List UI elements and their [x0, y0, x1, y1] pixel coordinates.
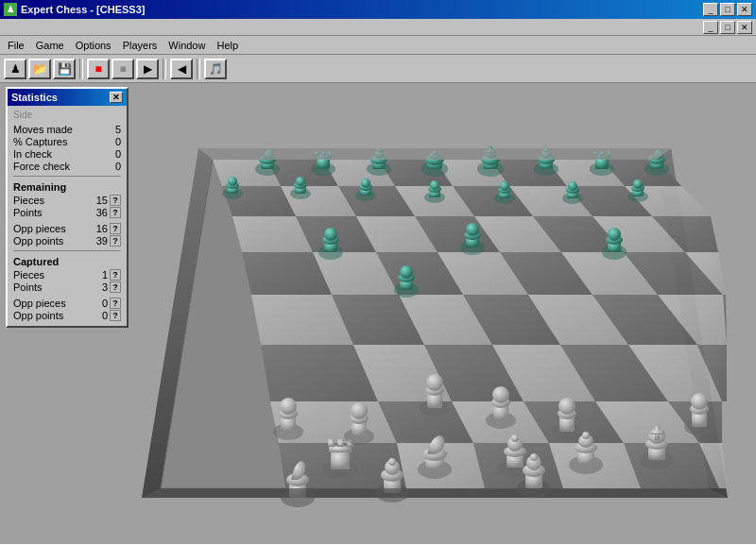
- stats-label-cap-opp-points: Opp points: [13, 310, 89, 321]
- toolbar-stop[interactable]: ■: [112, 59, 134, 79]
- window-title: Expert Chess - [CHESS3]: [21, 4, 145, 15]
- stats-row-pieces: Pieces 15 ?: [13, 195, 121, 206]
- stats-label-cap-points: Points: [13, 281, 89, 293]
- stats-value-cap-points: 3: [89, 281, 108, 293]
- stats-value-captures: 0: [102, 136, 121, 147]
- svg-point-115: [430, 180, 439, 190]
- stats-label-cap-pieces: Pieces: [13, 269, 89, 281]
- svg-marker-207: [198, 148, 671, 160]
- stats-value-opp-pieces: 16: [89, 223, 108, 234]
- maximize-button[interactable]: □: [720, 3, 735, 16]
- menu-bar: File Game Options Players Window Help: [0, 36, 756, 55]
- svg-point-143: [608, 228, 621, 241]
- menu-options[interactable]: Options: [70, 38, 117, 53]
- svg-point-103: [228, 177, 237, 186]
- stats-captured-title: Captured: [13, 256, 121, 267]
- stats-close-button[interactable]: ✕: [110, 92, 123, 103]
- menu-file[interactable]: File: [2, 38, 30, 53]
- stats-label-cap-opp-pieces: Opp pieces: [13, 298, 89, 309]
- svg-point-135: [324, 228, 337, 241]
- stats-row-forcecheck: Force check 0: [13, 161, 121, 172]
- svg-rect-148: [337, 439, 344, 447]
- stats-help-opp-pieces[interactable]: ?: [110, 223, 121, 234]
- svg-point-162: [582, 432, 590, 439]
- chess-board-container[interactable]: [132, 102, 737, 535]
- stats-help-cap-opp-points[interactable]: ?: [110, 310, 121, 321]
- svg-point-107: [296, 177, 305, 186]
- statistics-panel: Statistics ✕ Side Moves made 5 % Capture…: [6, 87, 129, 328]
- stats-value-points: 36: [89, 207, 108, 218]
- stats-help-cap-points[interactable]: ?: [110, 281, 121, 293]
- stats-row-cap-opp-pieces: Opp pieces 0 ?: [13, 298, 121, 309]
- stats-divider2: [13, 250, 121, 251]
- stats-value-moves: 5: [102, 124, 121, 135]
- svg-point-127: [633, 179, 643, 189]
- svg-point-200: [388, 458, 396, 466]
- stats-row-incheck: In check 0: [13, 148, 121, 160]
- toolbar-music[interactable]: 🎵: [204, 59, 227, 79]
- menu-window[interactable]: Window: [163, 38, 211, 53]
- stats-title-bar: Statistics ✕: [8, 89, 127, 106]
- stats-row-points: Points 36 ?: [13, 207, 121, 218]
- stats-label-moves: Moves made: [13, 124, 102, 135]
- title-bar: ♟ Expert Chess - [CHESS3] _ □ ✕: [0, 0, 756, 19]
- toolbar-sep2: [163, 59, 166, 79]
- toolbar-open[interactable]: 📂: [28, 59, 51, 79]
- stats-label-forcecheck: Force check: [13, 161, 102, 172]
- stats-value-pieces: 15: [89, 195, 108, 206]
- toolbar-back[interactable]: ◀: [170, 59, 193, 79]
- stats-divider1: [13, 176, 121, 177]
- stats-row-cap-points: Points 3 ?: [13, 281, 121, 293]
- svg-point-176: [351, 402, 368, 419]
- stats-row-cap-opp-points: Opp points 0 ?: [13, 310, 121, 321]
- svg-point-119: [500, 181, 509, 191]
- stats-help-cap-opp-pieces[interactable]: ?: [110, 298, 121, 309]
- app-icon: ♟: [4, 3, 17, 16]
- stats-help-opp-points[interactable]: ?: [110, 235, 121, 247]
- stats-label-captures: % Captures: [13, 136, 102, 147]
- svg-rect-146: [329, 446, 352, 452]
- menu-players[interactable]: Players: [117, 38, 163, 53]
- inner-close-button[interactable]: ✕: [737, 21, 752, 34]
- stats-label-opp-points: Opp points: [13, 235, 89, 247]
- stats-help-cap-pieces[interactable]: ?: [110, 269, 121, 281]
- svg-rect-147: [328, 439, 335, 447]
- svg-point-111: [361, 179, 370, 188]
- stats-label-opp-pieces: Opp pieces: [13, 223, 89, 234]
- svg-rect-168: [650, 431, 664, 434]
- stats-value-cap-opp-points: 0: [89, 310, 108, 321]
- toolbar-sep3: [197, 59, 200, 79]
- inner-minimize-button[interactable]: _: [703, 21, 718, 34]
- stats-row-moves: Moves made 5: [13, 124, 121, 135]
- toolbar-play[interactable]: ▶: [136, 59, 159, 79]
- stats-side-label: Side: [13, 110, 121, 120]
- main-content: Statistics ✕ Side Moves made 5 % Capture…: [0, 83, 756, 544]
- close-button[interactable]: ✕: [737, 3, 752, 16]
- stats-value-incheck: 0: [102, 148, 121, 160]
- stats-row-cap-pieces: Pieces 1 ?: [13, 269, 121, 281]
- menu-game[interactable]: Game: [30, 38, 70, 53]
- toolbar-save[interactable]: 💾: [53, 59, 76, 79]
- stats-label-pieces: Pieces: [13, 195, 89, 206]
- stats-help-points[interactable]: ?: [110, 207, 121, 218]
- toolbar-stop-red[interactable]: ■: [87, 59, 110, 79]
- minimize-button[interactable]: _: [703, 3, 718, 16]
- stats-body: Side Moves made 5 % Captures 0 In check …: [8, 106, 127, 326]
- toolbar: ♟ 📂 💾 ■ ■ ▶ ◀ 🎵: [0, 55, 756, 83]
- svg-point-172: [280, 398, 297, 415]
- stats-value-cap-opp-pieces: 0: [89, 298, 108, 309]
- toolbar-new[interactable]: ♟: [4, 59, 26, 79]
- stats-help-pieces[interactable]: ?: [110, 195, 121, 206]
- svg-point-131: [400, 265, 413, 279]
- stats-value-opp-points: 39: [89, 235, 108, 247]
- stats-value-forcecheck: 0: [102, 161, 121, 172]
- inner-maximize-button[interactable]: □: [720, 21, 735, 34]
- stats-label-incheck: In check: [13, 148, 102, 160]
- stats-row-captures: % Captures 0: [13, 136, 121, 147]
- stats-label-points: Points: [13, 207, 89, 218]
- stats-remaining-title: Remaining: [13, 181, 121, 193]
- chess-board-svg[interactable]: [142, 101, 728, 536]
- menu-help[interactable]: Help: [211, 38, 244, 53]
- svg-point-123: [568, 181, 577, 191]
- svg-point-205: [530, 453, 538, 461]
